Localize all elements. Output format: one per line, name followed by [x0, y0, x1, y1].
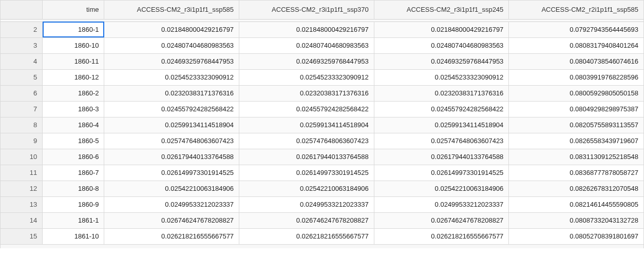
cell-c2[interactable]: 0.025747648063607423	[239, 133, 374, 149]
row-number-cell[interactable]: 14	[1, 212, 43, 228]
cell-time[interactable]: 1860-12	[43, 69, 104, 85]
cell-c4[interactable]: 0.08040738546074616	[509, 53, 644, 69]
table-row: 131860-90.024995332120233370.02499533212…	[1, 196, 644, 212]
cell-c4[interactable]: 0.08265583439719607	[509, 133, 644, 149]
cell-c2[interactable]: 0.024807404680983563	[239, 37, 374, 53]
cell-c4[interactable]: 0.08368777878058727	[509, 165, 644, 181]
column-header-time[interactable]: time	[43, 1, 104, 19]
cell-c3[interactable]: 0.02499533212023337	[374, 196, 509, 212]
cell-time[interactable]: 1860-3	[43, 101, 104, 117]
cell-c2[interactable]: 0.024557924282568422	[239, 101, 374, 117]
cell-c1[interactable]: 0.02499533212023337	[104, 196, 239, 212]
cell-c4[interactable]: 0.08214614455590805	[509, 196, 644, 212]
cell-time[interactable]: 1860-9	[43, 196, 104, 212]
row-number-cell[interactable]: 3	[1, 37, 43, 53]
cell-time[interactable]: 1860-6	[43, 149, 104, 165]
cell-c3[interactable]: 0.02545233323090912	[374, 69, 509, 85]
cell-c4[interactable]: 0.08052708391801697	[509, 228, 644, 244]
cell-c2[interactable]: 0.02499533212023337	[239, 196, 374, 212]
cell-time[interactable]: 1860-11	[43, 53, 104, 69]
cell-c1[interactable]: 0.02320383171376316	[104, 85, 239, 101]
row-number-cell[interactable]: 12	[1, 181, 43, 196]
row-number-cell[interactable]: 9	[1, 133, 43, 149]
cell-c1[interactable]: 0.021848000429216797	[104, 22, 239, 37]
cell-c1[interactable]: 0.026149973301914525	[104, 165, 239, 181]
cell-c2[interactable]: 0.02545233323090912	[239, 69, 374, 85]
cell-c2[interactable]: 0.02599134114518904	[239, 117, 374, 133]
cell-c1[interactable]: 0.026746247678208827	[104, 212, 239, 228]
cell-c1[interactable]: 0.02599134114518904	[104, 117, 239, 133]
cell-c2[interactable]: 0.02542210063184906	[239, 181, 374, 196]
cell-c1[interactable]: 0.02545233323090912	[104, 69, 239, 85]
cell-c4[interactable]: 0.08262678312070548	[509, 181, 644, 196]
cell-c4[interactable]: 0.08311309125218548	[509, 149, 644, 165]
cell-c3[interactable]: 0.024693259768447953	[374, 53, 509, 69]
cell-c3[interactable]: 0.02320383171376316	[374, 85, 509, 101]
cell-c2[interactable]: 0.026218216555667577	[239, 228, 374, 244]
column-header-rownum[interactable]	[1, 1, 43, 19]
row-number-cell[interactable]: 13	[1, 196, 43, 212]
cell-c4[interactable]: 0.08087332043132728	[509, 212, 644, 228]
cell-c2[interactable]: 0.026149973301914525	[239, 165, 374, 181]
cell-c4[interactable]: 0.08039919768228596	[509, 69, 644, 85]
cell-time[interactable]: 1860-8	[43, 181, 104, 196]
row-number-cell[interactable]: 15	[1, 228, 43, 244]
cell-c3[interactable]: 0.02542210063184906	[374, 181, 509, 196]
cell-time[interactable]: 1861-1	[43, 212, 104, 228]
row-number-cell[interactable]: 5	[1, 69, 43, 85]
row-number-cell[interactable]: 6	[1, 85, 43, 101]
cell-c2[interactable]: 0.021848000429216797	[239, 22, 374, 37]
table-row: 61860-20.023203831713763160.023203831713…	[1, 85, 644, 101]
table-row: 151861-100.0262182165556675770.026218216…	[1, 228, 644, 244]
cell-c3[interactable]: 0.026149973301914525	[374, 165, 509, 181]
cell-c4[interactable]: 0.07927943564445693	[509, 22, 644, 37]
cell-time[interactable]: 1860-2	[43, 85, 104, 101]
cell-c3[interactable]: 0.026218216555667577	[374, 228, 509, 244]
table-body: 21860-10.0218480004292167970.02184800042…	[1, 19, 644, 244]
cell-c3[interactable]: 0.026179440133764588	[374, 149, 509, 165]
cell-c4[interactable]: 0.08083179408401264	[509, 37, 644, 53]
table-row: 41860-110.0246932597684479530.0246932597…	[1, 53, 644, 69]
cell-c4[interactable]: 0.08205755893113557	[509, 117, 644, 133]
column-header-c2[interactable]: ACCESS-CM2_r3i1p1f1_ssp370	[239, 1, 374, 19]
cell-c2[interactable]: 0.026746247678208827	[239, 212, 374, 228]
column-header-c4[interactable]: ACCESS-CM2_r2i1p1f1_ssp585	[509, 1, 644, 19]
row-number-cell[interactable]: 10	[1, 149, 43, 165]
cell-c1[interactable]: 0.025747648063607423	[104, 133, 239, 149]
cell-c3[interactable]: 0.026746247678208827	[374, 212, 509, 228]
cell-c1[interactable]: 0.024807404680983563	[104, 37, 239, 53]
cell-c1[interactable]: 0.024557924282568422	[104, 101, 239, 117]
cell-c2[interactable]: 0.026179440133764588	[239, 149, 374, 165]
table-row: 121860-80.025422100631849060.02542210063…	[1, 181, 644, 196]
cell-c3[interactable]: 0.02599134114518904	[374, 117, 509, 133]
cell-c3[interactable]: 0.025747648063607423	[374, 133, 509, 149]
cell-c2[interactable]: 0.02320383171376316	[239, 85, 374, 101]
table: time ACCESS-CM2_r3i1p1f1_ssp585 ACCESS-C…	[0, 0, 644, 248]
cell-c3[interactable]: 0.021848000429216797	[374, 22, 509, 37]
table-row: 71860-30.0245579242825684220.02455792428…	[1, 101, 644, 117]
cell-c2[interactable]: 0.024693259768447953	[239, 53, 374, 69]
row-number-cell[interactable]: 11	[1, 165, 43, 181]
row-number-cell[interactable]: 7	[1, 101, 43, 117]
cell-c1[interactable]: 0.024693259768447953	[104, 53, 239, 69]
cell-time[interactable]: 1860-10	[43, 37, 104, 53]
cell-c3[interactable]: 0.024807404680983563	[374, 37, 509, 53]
row-number-cell[interactable]: 2	[1, 22, 43, 37]
cell-c1[interactable]: 0.026218216555667577	[104, 228, 239, 244]
cell-c3[interactable]: 0.024557924282568422	[374, 101, 509, 117]
column-header-c3[interactable]: ACCESS-CM2_r3i1p1f1_ssp245	[374, 1, 509, 19]
cell-c1[interactable]: 0.026179440133764588	[104, 149, 239, 165]
cell-time[interactable]: 1860-4	[43, 117, 104, 133]
cell-time[interactable]: 1860-1	[43, 22, 104, 37]
table-row: 101860-60.0261794401337645880.0261794401…	[1, 149, 644, 165]
cell-c4[interactable]: 0.08005929805050158	[509, 85, 644, 101]
cell-time[interactable]: 1860-7	[43, 165, 104, 181]
cell-time[interactable]: 1861-10	[43, 228, 104, 244]
cell-c4[interactable]: 0.08049298298975387	[509, 101, 644, 117]
column-header-c1[interactable]: ACCESS-CM2_r3i1p1f1_ssp585	[104, 1, 239, 19]
cell-time[interactable]: 1860-5	[43, 133, 104, 149]
cell-c1[interactable]: 0.02542210063184906	[104, 181, 239, 196]
row-number-cell[interactable]: 8	[1, 117, 43, 133]
row-number-cell[interactable]: 4	[1, 53, 43, 69]
data-grid[interactable]: time ACCESS-CM2_r3i1p1f1_ssp585 ACCESS-C…	[0, 0, 644, 248]
